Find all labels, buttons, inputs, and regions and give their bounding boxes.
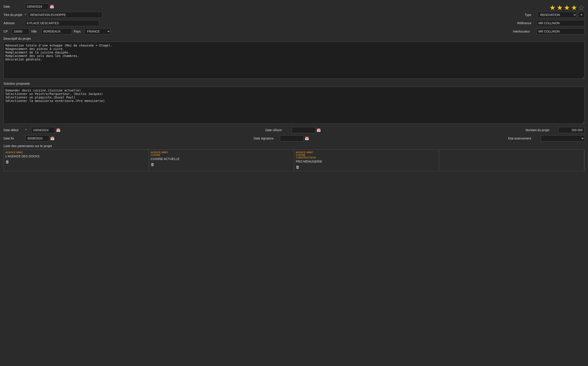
star-2[interactable]: ★ <box>557 3 563 12</box>
partner-1-name: L'AGENCE DES DOCKS <box>6 154 147 158</box>
pays-select[interactable]: FRANCE BELGIQUE SUISSE ESPAGNE <box>84 28 110 34</box>
cp-label: CP <box>3 30 10 33</box>
titre-label: Titre du projet <box>3 13 23 17</box>
partner-3-delete-button[interactable]: 🗑 <box>296 165 300 169</box>
etat-label: Etat avancement <box>508 137 536 140</box>
star-1[interactable]: ★ <box>549 3 556 12</box>
descriptif-textarea[interactable] <box>3 42 585 79</box>
titre-required-marker: * <box>25 13 26 17</box>
date-signature-input[interactable] <box>280 135 304 141</box>
partner-3-name: PRO MENUISERIE <box>296 160 437 163</box>
date-debut-input[interactable] <box>31 127 55 133</box>
star-4[interactable]: ★ <box>571 3 577 12</box>
date-cloture-calendar-icon[interactable]: 📅 <box>316 128 321 132</box>
solution-textarea[interactable] <box>3 87 585 124</box>
main-wrapper: ★ ★ ★ ★ ☆ Date 📅 Titre du projet * Type … <box>3 3 585 171</box>
bottom-dates-row1: Date début * 📅 Date clôture 📅 Montant du… <box>3 127 585 133</box>
date-label: Date <box>3 5 23 8</box>
date-debut-calendar-icon[interactable]: 📅 <box>56 128 61 132</box>
ville-input[interactable] <box>41 28 72 34</box>
partner-cell-1: AGENCE IMMO L'AGENCE DES DOCKS 🗑 <box>4 150 149 171</box>
descriptif-label: Descriptif du projet <box>3 37 585 40</box>
solution-section: Solution proposée <box>3 82 585 124</box>
date-fin-input[interactable] <box>25 135 49 141</box>
solution-label: Solution proposée <box>3 82 585 85</box>
stars-container: ★ ★ ★ ★ ☆ <box>549 3 585 12</box>
star-3[interactable]: ★ <box>564 3 570 12</box>
type-label: Type <box>525 13 536 17</box>
partner-1-tags: AGENCE IMMO <box>6 151 147 154</box>
partner-1-delete-button[interactable]: 🗑 <box>6 160 9 164</box>
form-container: ★ ★ ★ ★ ☆ Date 📅 Titre du projet * Type … <box>3 3 585 171</box>
date-signature-calendar-icon[interactable]: 📅 <box>305 137 309 141</box>
date-fin-label: Date fin <box>3 137 21 140</box>
cp-input[interactable] <box>12 28 29 34</box>
type-add-button[interactable]: + <box>578 12 585 18</box>
partner-2-tags: AGENCE IMMOCUISINE <box>151 151 292 156</box>
partners-label: Liste des partenaires sur le projet <box>3 144 585 148</box>
montant-input[interactable] <box>558 127 585 133</box>
partner-cell-2: AGENCE IMMOCUISINE CUISINE ACTUELLE 🗑 <box>149 150 294 171</box>
partners-list: AGENCE IMMO L'AGENCE DES DOCKS 🗑 AGENCE … <box>3 150 585 171</box>
partner-3-tags: AGENCE IMMOCUISINECONSTRUCTEUR <box>296 151 437 159</box>
date-signature-field: 📅 <box>280 135 309 141</box>
partners-section: Liste des partenaires sur le projet AGEN… <box>3 144 585 171</box>
date-debut-required: * <box>25 128 26 132</box>
date-debut-field: 📅 <box>31 127 61 133</box>
date-fin-field: 📅 <box>25 135 54 141</box>
pays-label: Pays <box>74 30 83 33</box>
reference-label: Référence <box>517 21 535 25</box>
stars-rating[interactable]: ★ ★ ★ ★ ☆ <box>549 3 585 12</box>
adresse-reference-row: Adresse Référence <box>3 20 585 26</box>
date-cloture-input[interactable] <box>292 127 316 133</box>
descriptif-section: Descriptif du projet <box>3 37 585 79</box>
titre-type-row: Titre du projet * Type RENOVATION + <box>3 12 585 18</box>
date-calendar-icon[interactable]: 📅 <box>50 5 54 9</box>
partner-2-delete-button[interactable]: 🗑 <box>151 162 154 167</box>
interlocuteur-label: Interlocuteur <box>513 30 535 33</box>
partner-cell-4 <box>439 150 584 171</box>
date-cloture-label: Date clôture <box>265 128 287 132</box>
date-field: 📅 <box>25 3 54 10</box>
ville-label: Ville <box>31 30 40 33</box>
cp-ville-pays-row: CP Ville Pays FRANCE BELGIQUE SUISSE ESP… <box>3 28 585 34</box>
adresse-label: Adresse <box>3 21 23 25</box>
bottom-dates-row2: Date fin 📅 Date signature 📅 Etat avancem… <box>3 135 585 141</box>
date-row: Date 📅 <box>3 3 585 10</box>
adresse-input[interactable] <box>25 20 99 26</box>
date-signature-label: Date signature <box>254 137 275 140</box>
date-cloture-field: 📅 <box>292 127 321 133</box>
partner-cell-3: AGENCE IMMOCUISINECONSTRUCTEUR PRO MENUI… <box>294 150 439 171</box>
type-select[interactable]: RENOVATION <box>537 12 577 18</box>
reference-input[interactable] <box>536 20 585 26</box>
star-5[interactable]: ☆ <box>578 3 585 12</box>
montant-label: Montant du projet <box>526 128 554 132</box>
etat-select[interactable]: EN COURS TERMINÉ SUSPENDU <box>541 135 585 141</box>
partner-2-name: CUISINE ACTUELLE <box>151 157 292 161</box>
interlocuteur-input[interactable] <box>536 28 585 34</box>
date-input[interactable] <box>25 3 49 10</box>
titre-input[interactable] <box>28 12 102 18</box>
date-fin-calendar-icon[interactable]: 📅 <box>50 137 54 141</box>
date-debut-label: Date début <box>3 128 21 132</box>
